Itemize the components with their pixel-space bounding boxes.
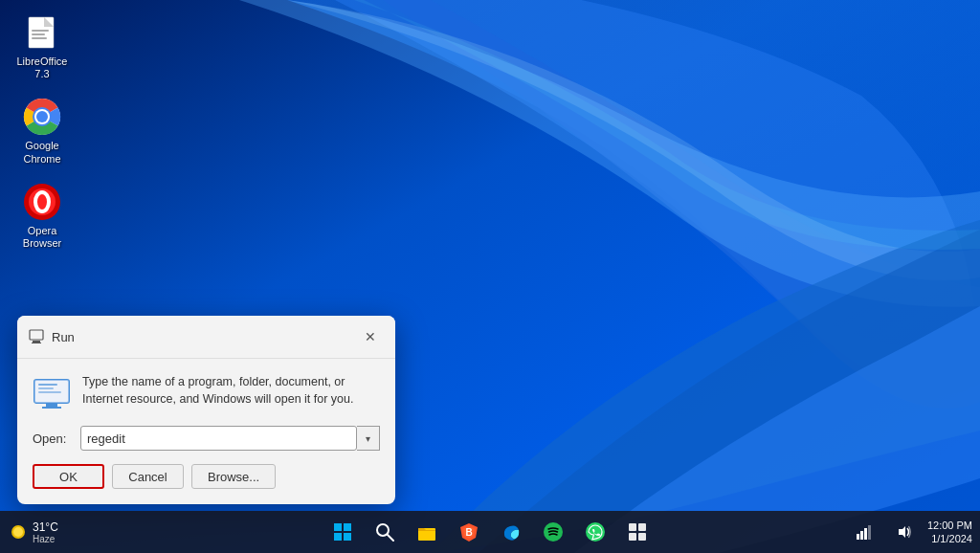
svg-rect-30 [344,533,351,541]
network-signal-icon [857,524,872,540]
edge-icon [501,521,522,542]
run-input[interactable] [80,426,357,451]
svg-rect-46 [868,525,871,540]
taskbar-clock[interactable]: 12:00 PM 1/1/2024 [927,519,972,546]
svg-rect-7 [32,37,47,39]
run-dialog: Run ✕ [17,316,395,504]
dialog-title: Run [52,330,75,344]
clock-date: 1/1/2024 [927,532,972,545]
svg-rect-23 [38,387,54,389]
spotify-button[interactable] [536,515,570,549]
dialog-open-label: Open: [33,431,80,446]
svg-rect-24 [38,391,61,393]
dialog-titlebar: Run ✕ [17,316,395,359]
svg-point-26 [13,527,23,537]
svg-rect-17 [32,343,41,343]
svg-rect-15 [30,330,43,340]
taskbar-right: 12:00 PM 1/1/2024 [847,515,972,549]
dialog-body: Type the name of a program, folder, docu… [17,359,395,504]
search-button[interactable] [368,515,402,549]
opera-browser-label: Opera Browser [11,225,73,250]
svg-point-37 [544,522,563,542]
svg-rect-21 [42,407,61,409]
desktop-icons: LibreOffice 7.3 [8,10,77,254]
dialog-input-row: Open: ▾ [33,426,380,451]
dialog-buttons: OK Cancel Browse... [33,464,380,493]
svg-rect-28 [344,523,351,531]
dropdown-button[interactable]: ▾ [357,426,380,451]
svg-rect-5 [32,30,49,32]
google-chrome-icon [23,98,61,136]
svg-rect-42 [638,533,646,541]
volume-icon[interactable] [887,515,922,549]
cancel-button[interactable]: Cancel [112,464,184,489]
svg-point-11 [36,111,48,122]
run-title-icon [29,329,44,344]
edge-button[interactable] [494,515,528,549]
google-chrome-label: Google Chrome [11,140,73,165]
weather-icon [8,521,29,542]
brave-button[interactable]: B [452,515,486,549]
brave-icon: B [458,521,479,542]
svg-rect-29 [334,533,342,541]
svg-rect-43 [857,534,859,540]
svg-line-32 [388,535,393,541]
svg-rect-2 [29,17,54,48]
libreoffice-label: LibreOffice 7.3 [11,55,73,80]
svg-rect-41 [629,533,636,541]
whatsapp-icon [585,521,606,542]
dialog-description: Type the name of a program, folder, docu… [82,374,380,412]
desktop: LibreOffice 7.3 [0,0,980,553]
apps-grid-button[interactable] [620,515,655,549]
dialog-title-left: Run [29,329,75,344]
file-explorer-icon [416,521,437,542]
input-group: ▾ [80,426,380,451]
google-chrome-icon-wrapper[interactable]: Google Chrome [8,94,77,168]
svg-rect-45 [864,528,867,540]
network-icon[interactable] [847,515,881,549]
svg-point-31 [377,524,389,536]
taskbar-center: B [325,515,655,549]
svg-rect-22 [38,384,57,386]
weather-temp: 31°C [33,520,58,534]
whatsapp-button[interactable] [578,515,612,549]
opera-browser-icon-wrapper[interactable]: Opera Browser [8,179,77,254]
file-explorer-button[interactable] [410,515,444,549]
weather-info: 31°C Haze [33,520,58,544]
svg-rect-20 [46,403,57,407]
dialog-content: Type the name of a program, folder, docu… [33,374,380,412]
windows-start-button[interactable] [325,515,360,549]
spotify-icon [543,521,564,542]
svg-rect-27 [334,523,342,531]
weather-widget[interactable]: 31°C Haze [8,520,58,544]
svg-marker-47 [899,526,905,538]
svg-rect-16 [33,341,40,343]
libreoffice-icon-wrapper[interactable]: LibreOffice 7.3 [8,10,77,84]
libreoffice-icon [23,13,61,52]
weather-condition: Haze [33,534,58,544]
clock-time: 12:00 PM [927,519,972,532]
volume-speaker-icon [897,524,912,540]
taskbar: 31°C Haze [0,511,980,553]
dialog-close-button[interactable]: ✕ [357,323,384,350]
svg-rect-40 [638,523,646,531]
svg-rect-44 [860,531,863,540]
svg-rect-39 [629,523,636,531]
browse-button[interactable]: Browse... [191,464,276,489]
search-icon [375,522,394,542]
opera-browser-icon [23,183,61,221]
windows-logo-icon [333,522,352,542]
svg-rect-6 [32,33,45,35]
svg-text:B: B [465,527,472,538]
run-icon [33,374,71,412]
apps-grid-icon [627,521,648,542]
ok-button[interactable]: OK [33,464,104,489]
taskbar-left: 31°C Haze [8,520,58,544]
